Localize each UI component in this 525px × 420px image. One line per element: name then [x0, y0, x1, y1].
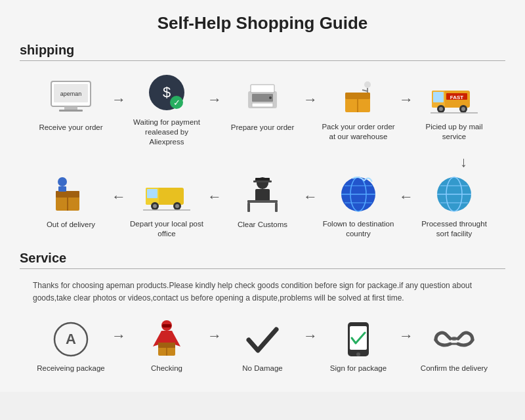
sign-package-label: Sign for package [330, 364, 387, 372]
confirm-delivery-label: Confirm the delivery [421, 364, 488, 372]
arrow-down: ↓ [20, 154, 505, 171]
arrow-7: ← [302, 188, 319, 205]
svg-rect-12 [252, 103, 273, 107]
service-arrow-4: → [398, 327, 415, 345]
arrow-5: ← [110, 188, 127, 205]
svg-text:✓: ✓ [173, 98, 180, 108]
shipping-divider [20, 60, 505, 61]
svg-text:apeman: apeman [60, 91, 82, 97]
svg-point-70 [356, 352, 360, 356]
svg-rect-4 [59, 110, 83, 112]
svg-point-41 [175, 204, 179, 208]
svg-rect-49 [275, 203, 278, 212]
service-section-title: Service [20, 251, 505, 266]
svg-point-13 [269, 96, 272, 99]
svg-rect-48 [247, 203, 250, 212]
svg-point-28 [461, 107, 465, 111]
svg-rect-34 [58, 186, 66, 192]
sign-package-icon [335, 318, 381, 360]
flow-item-pack-order: Pack your order order at our warehouse [319, 76, 398, 142]
arrow-1: → [110, 91, 127, 108]
arrow-6: ← [206, 188, 223, 205]
flow-item-clear-customs: Clear Customs [223, 174, 302, 238]
arrow-3: → [302, 91, 319, 108]
out-delivery-label: Out of delivery [47, 220, 95, 238]
svg-point-39 [153, 204, 157, 208]
svg-rect-3 [64, 106, 77, 110]
receive-order-icon: apeman [47, 77, 94, 119]
svg-rect-63 [162, 324, 171, 327]
service-item-confirm-delivery: Confirm the delivery [415, 318, 494, 372]
out-delivery-icon [47, 174, 94, 216]
shipping-row-2: Out of delivery ← Depart your local post… [20, 173, 505, 239]
prepare-order-icon [239, 77, 286, 119]
page-container: Self-Help Shopping Guide shipping apeman… [0, 0, 525, 392]
service-arrow-2: → [206, 327, 223, 345]
service-item-checking: Checking [127, 318, 206, 372]
flow-item-processed-sort: Processed throught sort facility [415, 173, 494, 239]
prepare-order-label: Prepare your order [231, 123, 295, 141]
svg-line-19 [362, 90, 368, 91]
svg-text:FAST: FAST [450, 94, 464, 100]
service-item-sign-package: Sign for package [319, 318, 398, 372]
svg-text:$: $ [163, 84, 171, 100]
svg-text:A: A [66, 331, 76, 347]
svg-rect-45 [253, 180, 272, 182]
service-arrow-3: → [302, 327, 319, 345]
page-title: Self-Help Shopping Guide [20, 13, 505, 33]
no-damage-icon [240, 318, 285, 360]
waiting-payment-label: Waiting for payment realeased by Aliexpr… [127, 117, 206, 147]
flow-item-prepare-order: Prepare your order [223, 77, 302, 141]
pickup-mail-icon: FAST [430, 76, 478, 118]
folown-dest-label: Folown to destination country [319, 219, 398, 239]
receiving-pkg-icon: A [48, 318, 94, 360]
pickup-mail-label: Picied up by mail service [415, 122, 494, 142]
depart-post-label: Depart your local post office [127, 219, 206, 239]
svg-rect-22 [433, 92, 444, 102]
clear-customs-label: Clear Customs [238, 220, 287, 238]
service-description: Thanks for choosing apeman products.Plea… [33, 280, 492, 304]
checking-icon [144, 318, 190, 360]
arrow-8: ← [398, 188, 415, 205]
service-arrow-1: → [110, 327, 127, 345]
svg-point-26 [439, 107, 443, 111]
svg-point-17 [364, 81, 371, 88]
depart-post-icon [143, 173, 190, 215]
flow-item-folown-dest: Folown to destination country [319, 173, 398, 239]
checking-label: Checking [151, 364, 182, 372]
processed-sort-icon [430, 173, 478, 215]
arrow-4: → [398, 91, 415, 108]
folown-dest-icon [335, 173, 382, 215]
confirm-delivery-icon [431, 318, 477, 360]
service-item-receiving: A Receiveing package [32, 318, 110, 372]
processed-sort-label: Processed throught sort facility [415, 219, 494, 239]
shipping-row-1: apeman Receive your order → $ ✓ Waiting … [20, 72, 505, 147]
shipping-section-title: shipping [20, 43, 505, 58]
clear-customs-icon [239, 174, 286, 216]
service-flow-row: A Receiveing package → [20, 318, 505, 372]
receive-order-label: Receive your order [39, 123, 102, 141]
no-damage-label: No Damage [242, 364, 282, 372]
flow-item-out-delivery: Out of delivery [32, 174, 110, 238]
flow-item-waiting-payment: $ ✓ Waiting for payment realeased by Ali… [127, 72, 206, 147]
pack-order-icon [335, 76, 382, 118]
arrow-2: → [206, 91, 223, 108]
pack-order-label: Pack your order order at our warehouse [319, 122, 398, 142]
svg-rect-11 [251, 85, 274, 93]
receiving-pkg-label: Receiveing package [37, 364, 105, 372]
svg-rect-47 [247, 200, 278, 203]
service-item-no-damage: No Damage [223, 318, 302, 372]
flow-item-depart-post: Depart your local post office [127, 173, 206, 239]
svg-point-33 [58, 177, 67, 186]
waiting-payment-icon: $ ✓ [143, 72, 190, 114]
service-divider [20, 268, 505, 269]
svg-rect-64 [161, 331, 173, 344]
flow-item-receive-order: apeman Receive your order [32, 77, 110, 141]
flow-item-pickup-mail: FAST Picied up by mail service [415, 76, 494, 142]
svg-rect-37 [147, 189, 158, 198]
